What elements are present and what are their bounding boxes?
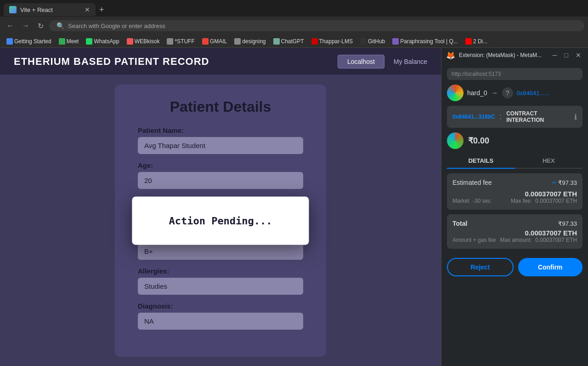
bookmark-meet[interactable]: Meet <box>56 37 82 46</box>
bookmark-paraphrasing[interactable]: Paraphrasing Tool | Q... <box>390 37 461 46</box>
my-balance-label: My Balance <box>394 58 427 65</box>
mm-tabs: DETAILS HEX <box>447 154 582 169</box>
tab-close-btn[interactable]: ✕ <box>85 6 90 13</box>
mm-url-text: http://localhost:5173 <box>452 71 501 77</box>
tab-title: Vite + React <box>20 6 81 13</box>
diagnosis-input[interactable] <box>138 313 303 330</box>
mm-estimated-fee-label: Estimated fee <box>452 179 492 186</box>
allergies-input[interactable] <box>138 278 303 295</box>
bookmarks-bar: Getting Started Meet WhatsApp WEBkisok *… <box>0 35 588 48</box>
mm-token-icon <box>447 132 464 149</box>
bookmark-icon <box>127 38 133 45</box>
form-card: Patient Details Patient Name: Age: Gende… <box>115 85 326 357</box>
mm-fee-inr: ✏ ₹97.33 <box>552 179 577 186</box>
bookmark-icon <box>167 38 173 45</box>
reject-button[interactable]: Reject <box>447 258 514 276</box>
bookmark-thappar[interactable]: Thappar-LMS <box>309 37 356 46</box>
mm-title-text: Extension: (MetaMask) - MetaM... <box>459 52 547 58</box>
mm-total-section: Total ₹97.33 0.00037007 ETH Amount + gas… <box>447 214 582 249</box>
back-button[interactable]: ← <box>4 20 17 32</box>
action-pending-text: Action Pending... <box>169 215 272 227</box>
app-area: ETHERIUM BASED PATIENT RECORD Localhost … <box>0 48 441 366</box>
bookmark-icon <box>465 38 472 45</box>
allergies-group: Allergies: <box>138 267 303 295</box>
bookmark-getting-started[interactable]: Getting Started <box>4 37 54 46</box>
allergies-label: Allergies: <box>138 267 303 275</box>
bookmark-2di[interactable]: 2 Di... <box>463 37 490 46</box>
mm-info-icon[interactable]: ℹ <box>574 113 577 121</box>
mm-fee-eth: 0.00037007 ETH <box>452 190 577 198</box>
mm-controls: ─ □ ✕ <box>550 51 583 60</box>
mm-fee-market: Market -30 sec Max fee: 0.00037007 ETH <box>452 198 577 204</box>
app-title: ETHERIUM BASED PATIENT RECORD <box>14 56 209 68</box>
bookmark-icon <box>311 38 318 45</box>
bookmark-whatsapp[interactable]: WhatsApp <box>83 37 122 46</box>
mm-body: http://localhost:5173 hard_0 → ? 0x84641… <box>441 63 588 366</box>
bookmark-icon <box>273 38 280 45</box>
mm-total-inr: ₹97.33 <box>558 220 577 227</box>
forward-button[interactable]: → <box>19 20 32 32</box>
bookmark-stuff[interactable]: *STUFF <box>164 37 197 46</box>
bookmark-github[interactable]: GitHub <box>357 37 388 46</box>
mm-close-button[interactable]: ✕ <box>573 51 583 60</box>
bookmark-chatgpt[interactable]: ChatGPT <box>271 37 307 46</box>
bookmark-icon <box>392 38 399 45</box>
patient-name-group: Patient Name: <box>138 126 303 154</box>
nav-bar: ← → ↻ 🔍 Search with Google or enter addr… <box>0 17 588 35</box>
mm-arrow-icon: → <box>491 89 498 97</box>
mm-token-balance: ₹0.00 <box>468 136 489 146</box>
mm-actions: Reject Confirm <box>447 253 582 281</box>
tab-favicon <box>9 6 17 13</box>
patient-name-label: Patient Name: <box>138 126 303 134</box>
patient-name-input[interactable] <box>138 137 303 154</box>
content-area: ETHERIUM BASED PATIENT RECORD Localhost … <box>0 48 588 366</box>
bookmark-gmail[interactable]: GMAIL <box>199 37 230 46</box>
tab-bar: Vite + React ✕ + <box>0 0 588 17</box>
mm-minimize-button[interactable]: ─ <box>550 51 560 60</box>
age-label: Age: <box>138 161 303 169</box>
mm-total-header: Total ₹97.33 <box>452 220 577 227</box>
mm-contract-label: CONTRACT INTERACTION <box>506 110 570 123</box>
confirm-button[interactable]: Confirm <box>518 258 583 276</box>
age-group: Age: <box>138 161 303 189</box>
bookmark-icon <box>6 38 13 45</box>
bookmark-webkisok[interactable]: WEBkisok <box>124 37 163 46</box>
app-body: Patient Details Patient Name: Age: Gende… <box>0 75 441 366</box>
network-button[interactable]: Localhost <box>338 55 384 69</box>
new-tab-button[interactable]: + <box>96 5 108 15</box>
mm-gas-note: Amount + gas fee Max amount: 0.00037007 … <box>452 237 577 243</box>
mm-market-label: Market -30 sec <box>452 198 491 204</box>
bookmark-icon <box>360 38 367 45</box>
active-tab[interactable]: Vite + React ✕ <box>4 3 96 16</box>
mm-maximize-button[interactable]: □ <box>562 51 571 60</box>
address-bar[interactable]: 🔍 Search with Google or enter address <box>49 20 584 31</box>
metamask-panel: 🦊 Extension: (MetaMask) - MetaM... ─ □ ✕… <box>441 48 588 366</box>
diagnosis-label: Diagnosis: <box>138 302 303 310</box>
bookmark-icon <box>234 38 241 45</box>
mm-account-name[interactable]: hard_0 <box>467 89 487 97</box>
mm-total-label: Total <box>452 220 467 227</box>
tab-details[interactable]: DETAILS <box>447 154 515 169</box>
age-input[interactable] <box>138 172 303 189</box>
mm-address-text: 0x84641...... <box>517 90 550 97</box>
bookmark-designing[interactable]: designing <box>232 37 268 46</box>
tab-hex[interactable]: HEX <box>515 154 583 168</box>
mm-fee-section: Estimated fee ✏ ₹97.33 0.00037007 ETH Ma… <box>447 173 582 210</box>
address-bar-text: Search with Google or enter address <box>68 23 165 29</box>
mm-help-icon[interactable]: ? <box>502 87 513 98</box>
mm-max-amount: Max amount: 0.00037007 ETH <box>500 237 577 243</box>
blood-type-input[interactable] <box>138 243 303 260</box>
mm-contract-address: 0x84641...318bC <box>452 114 495 120</box>
diagnosis-group: Diagnosis: <box>138 302 303 330</box>
browser-chrome: Vite + React ✕ + ← → ↻ 🔍 Search with Goo… <box>0 0 588 48</box>
reload-button[interactable]: ↻ <box>35 20 46 32</box>
mm-titlebar: 🦊 Extension: (MetaMask) - MetaM... ─ □ ✕ <box>441 48 588 63</box>
mm-edit-icon[interactable]: ✏ <box>552 180 556 186</box>
app-header: ETHERIUM BASED PATIENT RECORD Localhost … <box>0 48 441 75</box>
form-title: Patient Details <box>138 98 303 115</box>
action-pending-overlay: Action Pending... <box>132 197 309 245</box>
mm-token-row: ₹0.00 <box>447 132 582 149</box>
search-icon: 🔍 <box>57 22 64 29</box>
bookmark-icon <box>59 38 65 45</box>
mm-fee-header: Estimated fee ✏ ₹97.33 <box>452 179 577 186</box>
